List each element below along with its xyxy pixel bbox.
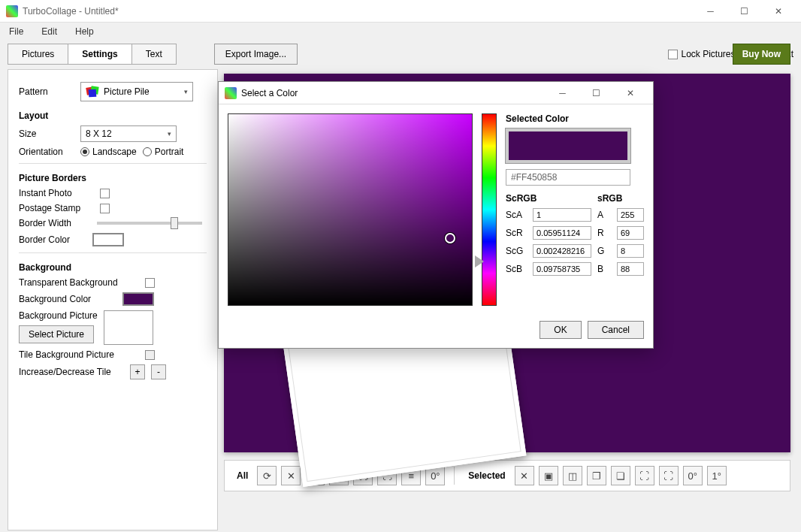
zero-deg-sel-button[interactable]: 0° — [683, 466, 703, 485]
dialog-close-button[interactable]: ✕ — [613, 82, 647, 104]
size-value: 8 X 12 — [86, 128, 112, 139]
color-dialog: Select a Color ─ ☐ ✕ Selected Color #FF4… — [218, 81, 654, 349]
scr-label: ScR — [506, 228, 527, 238]
b-label: B — [597, 264, 611, 274]
scb-label: ScB — [506, 264, 527, 274]
selected-color-label: Selected Color — [506, 113, 644, 124]
border-width-slider[interactable] — [97, 222, 202, 225]
size-label: Size — [19, 128, 74, 139]
dialog-maximize-button[interactable]: ☐ — [579, 82, 613, 104]
rotate-all-button[interactable]: ⟳ — [257, 466, 277, 485]
tile-decrease-button[interactable]: - — [151, 364, 166, 379]
tab-pictures[interactable]: Pictures — [8, 44, 68, 64]
border-color-swatch[interactable] — [92, 233, 124, 246]
settings-panel: Pattern Picture Pile ▾ Layout Size 8 X 1… — [8, 69, 218, 530]
export-image-button[interactable]: Export Image... — [214, 44, 298, 65]
border-width-label: Border Width — [19, 218, 86, 228]
minimize-button[interactable]: ─ — [694, 0, 727, 23]
select-picture-button[interactable]: Select Picture — [19, 325, 94, 343]
app-icon — [6, 5, 18, 17]
instant-photo-checkbox[interactable] — [100, 189, 110, 198]
borders-title: Picture Borders — [19, 173, 207, 183]
sv-cursor[interactable] — [445, 233, 455, 243]
delete-button[interactable]: ✕ — [515, 466, 534, 485]
instant-photo-label: Instant Photo — [19, 188, 94, 198]
svg-rect-2 — [89, 89, 97, 98]
checkbox-icon — [668, 50, 678, 59]
app-icon — [225, 87, 237, 99]
close-button[interactable]: ✕ — [761, 0, 795, 23]
one-deg-button[interactable]: 1° — [707, 466, 727, 485]
selected-label: Selected — [468, 470, 505, 481]
fill-selected-button[interactable]: ⛶ — [659, 466, 679, 485]
a-input[interactable] — [617, 208, 644, 222]
tabs: Pictures Settings Text — [8, 44, 177, 65]
ok-button[interactable]: OK — [540, 321, 581, 339]
cancel-button[interactable]: Cancel — [588, 321, 644, 339]
g-label: G — [597, 246, 611, 256]
bg-picture-preview — [104, 310, 153, 345]
tab-settings[interactable]: Settings — [68, 44, 131, 64]
hue-slider[interactable] — [482, 113, 497, 306]
replace-image-button[interactable]: ▣ — [539, 466, 558, 485]
transparent-bg-label: Transparent Background — [19, 277, 139, 288]
tab-text[interactable]: Text — [132, 44, 176, 64]
maximize-button[interactable]: ☐ — [727, 0, 761, 23]
layout-title: Layout — [19, 110, 207, 121]
slider-thumb[interactable] — [171, 217, 178, 229]
lock-pictures-checkbox[interactable]: Lock Pictures — [668, 49, 735, 59]
border-color-label: Border Color — [19, 234, 86, 245]
bg-color-swatch[interactable] — [122, 292, 154, 306]
dialog-minimize-button[interactable]: ─ — [546, 82, 579, 104]
shuffle-button[interactable]: ✕ — [281, 466, 301, 485]
b-input[interactable] — [617, 262, 644, 276]
pattern-select[interactable]: Picture Pile ▾ — [80, 82, 193, 101]
scb-input[interactable] — [533, 262, 591, 276]
pattern-label: Pattern — [19, 86, 74, 97]
chevron-down-icon: ▾ — [184, 88, 188, 95]
orientation-landscape-radio[interactable]: Landscape — [80, 147, 137, 157]
radio-icon — [80, 147, 89, 156]
menu-edit[interactable]: Edit — [37, 25, 62, 38]
scr-input[interactable] — [533, 226, 591, 240]
transparent-bg-checkbox[interactable] — [145, 278, 155, 288]
toolbar: Pictures Settings Text Export Image... L… — [0, 41, 801, 68]
window-title: TurboCollage - Untitled* — [23, 6, 694, 17]
chevron-down-icon: ▾ — [168, 130, 171, 138]
dialog-title: Select a Color — [241, 88, 546, 98]
size-select[interactable]: 8 X 12 ▾ — [80, 125, 177, 142]
g-input[interactable] — [617, 244, 644, 258]
r-input[interactable] — [617, 226, 644, 240]
hue-thumb[interactable] — [475, 255, 484, 268]
tile-increase-button[interactable]: + — [130, 364, 145, 379]
menu-file[interactable]: File — [5, 25, 28, 38]
pattern-value: Picture Pile — [104, 86, 150, 97]
scrgb-header: ScRGB — [506, 193, 591, 204]
a-label: A — [597, 210, 611, 220]
crop-button[interactable]: ◫ — [563, 466, 582, 485]
scg-input[interactable] — [533, 244, 591, 258]
dialog-titlebar: Select a Color ─ ☐ ✕ — [219, 82, 653, 104]
bring-front-button[interactable]: ❐ — [587, 466, 606, 485]
send-back-button[interactable]: ❏ — [611, 466, 630, 485]
radio-icon — [143, 147, 152, 156]
all-label: All — [237, 470, 248, 481]
postage-stamp-checkbox[interactable] — [100, 204, 110, 213]
tile-bg-label: Tile Background Picture — [19, 349, 139, 360]
sca-label: ScA — [506, 210, 527, 220]
orientation-label: Orientation — [19, 147, 74, 157]
fit-selected-button[interactable]: ⛶ — [635, 466, 654, 485]
menu-help[interactable]: Help — [71, 25, 98, 38]
tile-bg-checkbox[interactable] — [145, 350, 155, 360]
hex-input[interactable]: #FF450858 — [506, 169, 630, 186]
orientation-portrait-radio[interactable]: Portrait — [143, 147, 198, 157]
background-title: Background — [19, 262, 207, 273]
buy-now-button[interactable]: Buy Now — [733, 44, 790, 65]
menubar: File Edit Help — [0, 23, 801, 41]
sca-input[interactable] — [533, 208, 591, 222]
postage-stamp-label: Postage Stamp — [19, 203, 94, 213]
lock-pictures-label: Lock Pictures — [681, 49, 735, 59]
scg-label: ScG — [506, 246, 527, 256]
saturation-value-panel[interactable] — [228, 113, 473, 306]
titlebar: TurboCollage - Untitled* ─ ☐ ✕ — [0, 0, 801, 23]
